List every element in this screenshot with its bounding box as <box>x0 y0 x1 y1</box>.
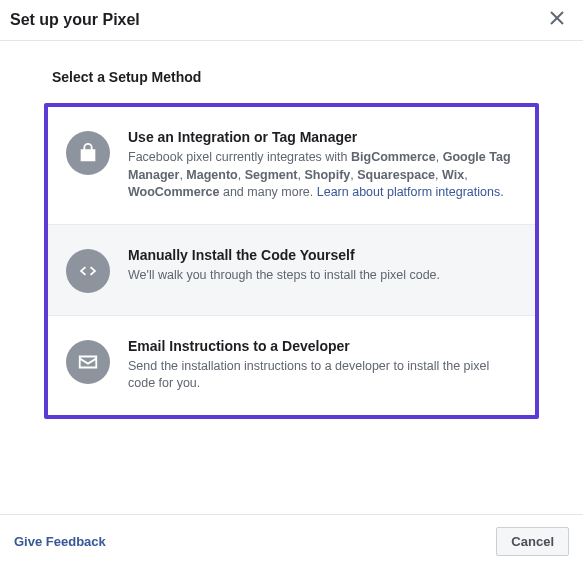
section-title: Select a Setup Method <box>44 69 539 85</box>
option-title: Use an Integration or Tag Manager <box>128 129 515 145</box>
code-icon <box>66 249 110 293</box>
option-title: Manually Install the Code Yourself <box>128 247 515 263</box>
option-integration[interactable]: Use an Integration or Tag Manager Facebo… <box>48 107 535 224</box>
option-desc: Send the installation instructions to a … <box>128 358 515 393</box>
option-desc: We'll walk you through the steps to inst… <box>128 267 515 285</box>
option-content: Email Instructions to a Developer Send t… <box>128 338 515 393</box>
dialog-title: Set up your Pixel <box>10 11 140 29</box>
option-desc: Facebook pixel currently integrates with… <box>128 149 515 202</box>
cancel-button[interactable]: Cancel <box>496 527 569 556</box>
setup-pixel-dialog: Set up your Pixel Select a Setup Method … <box>0 0 583 568</box>
option-title: Email Instructions to a Developer <box>128 338 515 354</box>
close-button[interactable] <box>547 10 567 30</box>
setup-options: Use an Integration or Tag Manager Facebo… <box>44 103 539 419</box>
give-feedback-link[interactable]: Give Feedback <box>14 534 106 549</box>
option-content: Use an Integration or Tag Manager Facebo… <box>128 129 515 202</box>
dialog-header: Set up your Pixel <box>0 0 583 41</box>
learn-integrations-link[interactable]: Learn about platform integrations. <box>317 185 504 199</box>
mail-icon <box>66 340 110 384</box>
dialog-footer: Give Feedback Cancel <box>0 514 583 568</box>
close-icon <box>550 11 564 29</box>
option-content: Manually Install the Code Yourself We'll… <box>128 247 515 285</box>
option-email[interactable]: Email Instructions to a Developer Send t… <box>48 315 535 415</box>
option-manual[interactable]: Manually Install the Code Yourself We'll… <box>48 224 535 315</box>
dialog-body: Select a Setup Method Use an Integration… <box>0 41 583 514</box>
bag-icon <box>66 131 110 175</box>
